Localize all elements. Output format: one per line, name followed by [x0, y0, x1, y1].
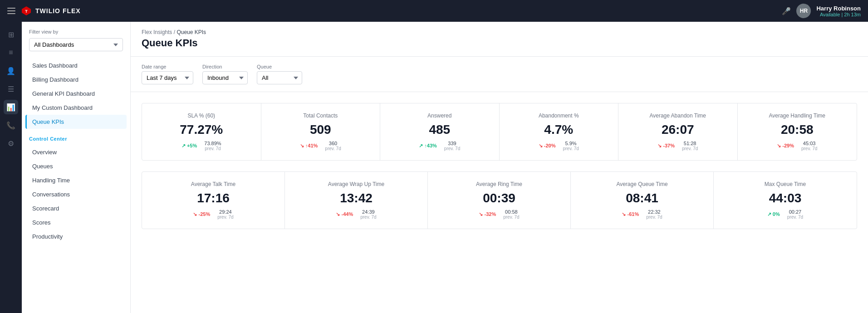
nav-icon-person[interactable]: 👤 [4, 64, 18, 78]
kpi-change: ↘ -20% [539, 141, 556, 151]
kpi-prev-val: 45:03 [803, 141, 816, 146]
main-content: Flex Insights / Queue KPIs Queue KPIs Da… [131, 22, 868, 313]
kpi-label: Average Talk Time [149, 181, 277, 187]
control-center-nav: Overview Queues Handling Time Conversati… [22, 145, 130, 244]
kpi-prev: 339 prev. 7d [444, 141, 460, 151]
kpi-prev-val: 73.89% [204, 141, 221, 146]
kpi-change: ↗ ↑43% [419, 141, 437, 151]
left-nav: Filter view by All Dashboards Sales Dash… [22, 22, 131, 313]
kpi-value: 44:03 [721, 191, 849, 205]
kpi-footer: ↘ -25% 29:24 prev. 7d [149, 209, 277, 220]
kpi-change: ↗ +5% [181, 141, 197, 151]
kpi-prev: 22:32 prev. 7d [646, 209, 662, 220]
kpi-footer: ↘ -29% 45:03 prev. 7d [745, 141, 850, 151]
kpi-value: 26:07 [626, 122, 730, 137]
topbar-left: T TWILIO FLEX [7, 5, 81, 16]
nav-icon-gear[interactable]: ⚙ [4, 136, 18, 151]
nav-item-sales-dashboard[interactable]: Sales Dashboard [25, 59, 127, 73]
mic-icon[interactable]: 🎤 [782, 7, 791, 15]
nav-item-queues[interactable]: Queues [25, 159, 127, 173]
kpi-footer: ↘ ↑41% 360 prev. 7d [269, 141, 373, 151]
nav-icon-layers[interactable]: ≡ [4, 45, 18, 60]
kpi-prev-val: 360 [329, 141, 337, 146]
nav-icon-chart[interactable]: 📊 [4, 100, 18, 114]
kpi-value: 13:42 [292, 191, 420, 205]
dashboard-nav: Sales Dashboard Billing Dashboard Genera… [22, 59, 130, 129]
date-range-filter: Date range Last 7 days Last 30 days Last… [142, 64, 193, 84]
kpi-prev-val: 22:32 [648, 209, 661, 215]
direction-label: Direction [202, 64, 248, 69]
kpi-grid-row1: SLA % (60) 77.27% ↗ +5% 73.89% prev. 7d … [142, 103, 857, 161]
dashboard-filter-select[interactable]: All Dashboards Sales Dashboards Billing … [29, 38, 123, 51]
kpi-footer: ↗ +5% 73.89% prev. 7d [149, 141, 254, 151]
menu-button[interactable] [7, 8, 15, 14]
nav-item-queue-kpis[interactable]: Queue KPIs [25, 115, 127, 129]
kpi-prev-val: 00:27 [789, 209, 802, 215]
kpi-card: Average Handling Time 20:58 ↘ -29% 45:03… [738, 103, 857, 160]
kpi-value: 00:39 [435, 191, 563, 205]
kpi-section: SLA % (60) 77.27% ↗ +5% 73.89% prev. 7d … [131, 92, 868, 240]
nav-item-productivity[interactable]: Productivity [25, 230, 127, 244]
queue-select[interactable]: All [257, 71, 302, 84]
kpi-change: ↘ -44% [336, 209, 353, 220]
kpi-prev-val: 339 [448, 141, 456, 146]
kpi-value: 17:16 [149, 191, 277, 205]
user-name: Harry Robinson [816, 5, 861, 12]
nav-item-billing-dashboard[interactable]: Billing Dashboard [25, 73, 127, 87]
control-center-label: Control Center [22, 129, 130, 145]
kpi-change: ↘ ↑41% [300, 141, 318, 151]
kpi-prev-val: 24:39 [362, 209, 375, 215]
kpi-change: ↘ -37% [657, 141, 675, 151]
nav-icon-grid[interactable]: ⊞ [4, 27, 18, 42]
kpi-label: Average Abandon Time [626, 112, 730, 119]
nav-icon-phone[interactable]: 📞 [4, 118, 18, 132]
nav-item-scorecard[interactable]: Scorecard [25, 201, 127, 215]
logo-icon: T [21, 5, 32, 16]
nav-icon-list[interactable]: ☰ [4, 82, 18, 96]
kpi-card: Average Wrap Up Time 13:42 ↘ -44% 24:39 … [285, 172, 428, 229]
kpi-prev: 29:24 prev. 7d [217, 209, 233, 220]
kpi-card: Total Contacts 509 ↘ ↑41% 360 prev. 7d [261, 103, 381, 160]
kpi-change: ↘ -25% [193, 209, 210, 220]
kpi-card: Average Ring Time 00:39 ↘ -32% 00:58 pre… [428, 172, 571, 229]
kpi-footer: ↘ -37% 51:28 prev. 7d [626, 141, 730, 151]
kpi-prev-val: 51:28 [684, 141, 696, 146]
kpi-label: Average Wrap Up Time [292, 181, 420, 187]
nav-item-scores[interactable]: Scores [25, 215, 127, 230]
kpi-prev-label: prev. 7d [217, 215, 233, 220]
topbar-right: 🎤 HR Harry Robinson Available | 2h 13m [782, 4, 861, 18]
nav-item-general-kpi[interactable]: General KPI Dashboard [25, 87, 127, 101]
queue-filter: Queue All [257, 64, 302, 84]
kpi-label: SLA % (60) [149, 112, 254, 119]
content-header: Flex Insights / Queue KPIs Queue KPIs [131, 22, 868, 57]
kpi-prev-val: 29:24 [219, 209, 232, 215]
filter-section: Filter view by All Dashboards Sales Dash… [22, 29, 130, 59]
kpi-value: 08:41 [578, 191, 706, 205]
nav-item-handling-time[interactable]: Handling Time [25, 173, 127, 187]
kpi-change: ↘ -29% [777, 141, 794, 151]
kpi-value: 77.27% [149, 122, 254, 137]
date-range-label: Date range [142, 64, 193, 69]
kpi-value: 20:58 [745, 122, 850, 137]
direction-select[interactable]: Inbound Outbound [202, 71, 248, 84]
filter-label: Filter view by [29, 29, 123, 34]
kpi-prev-label: prev. 7d [682, 146, 698, 151]
breadcrumb-parent[interactable]: Flex Insights [142, 29, 172, 35]
breadcrumb: Flex Insights / Queue KPIs [142, 29, 857, 35]
kpi-prev-label: prev. 7d [444, 146, 460, 151]
kpi-label: Total Contacts [269, 112, 373, 119]
kpi-prev-label: prev. 7d [205, 146, 221, 151]
kpi-card: Average Queue Time 08:41 ↘ -61% 22:32 pr… [571, 172, 714, 229]
date-range-select[interactable]: Last 7 days Last 30 days Last 90 days [142, 71, 193, 84]
kpi-prev: 45:03 prev. 7d [801, 141, 817, 151]
kpi-value: 509 [269, 122, 373, 137]
kpi-prev-label: prev. 7d [646, 215, 662, 220]
nav-item-overview[interactable]: Overview [25, 145, 127, 159]
app-title: TWILIO FLEX [35, 7, 81, 15]
svg-text:T: T [25, 9, 28, 14]
nav-item-custom-dashboard[interactable]: My Custom Dashboard [25, 101, 127, 115]
nav-item-conversations[interactable]: Conversations [25, 187, 127, 201]
kpi-value: 485 [387, 122, 492, 137]
kpi-card: Answered 485 ↗ ↑43% 339 prev. 7d [380, 103, 500, 160]
logo: T TWILIO FLEX [21, 5, 81, 16]
